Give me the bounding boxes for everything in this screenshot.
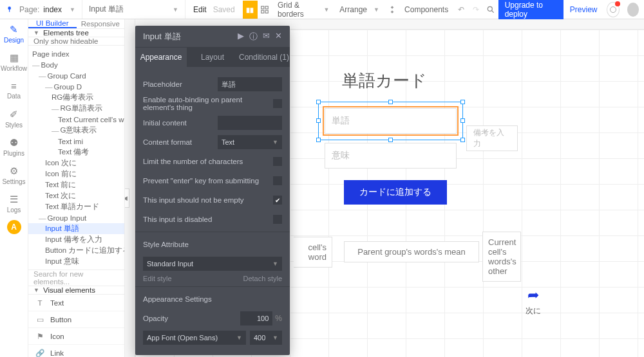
tree-node[interactable]: —Group Input: [28, 212, 124, 223]
tree-node[interactable]: Input 単語: [28, 223, 124, 234]
limit-chars-checkbox[interactable]: [273, 157, 282, 166]
preview-button[interactable]: Preview: [564, 5, 604, 14]
selection-inner: [323, 106, 459, 136]
opacity-field[interactable]: 100: [240, 311, 272, 325]
only-hideable-toggle[interactable]: Only show hideable: [28, 37, 124, 46]
tab-responsive[interactable]: Responsive: [77, 19, 125, 28]
tree-node[interactable]: Text 備考: [28, 147, 124, 158]
style-attribute-select[interactable]: Standard Input▼: [143, 257, 282, 271]
nav-data[interactable]: ≡Data: [0, 76, 28, 104]
play-icon[interactable]: ▶: [238, 31, 244, 42]
input-biko[interactable]: 備考を入力: [466, 125, 518, 151]
gift-icon[interactable]: [243, 1, 258, 19]
nav-logs[interactable]: ☰Logs: [0, 189, 28, 217]
notifications-icon[interactable]: [607, 2, 620, 17]
svg-rect-7: [266, 10, 269, 13]
cell-other: Current cell's words's other: [482, 232, 521, 282]
page-label: Page:: [19, 5, 39, 14]
tab-conditional[interactable]: Conditional (1): [238, 48, 290, 67]
grid-borders-menu[interactable]: Grid & borders▼: [272, 1, 334, 19]
tree-node[interactable]: Page index: [28, 48, 124, 59]
font-weight-select[interactable]: 400▼: [250, 331, 282, 345]
tab-ui-builder[interactable]: UI Builder: [28, 19, 77, 28]
svg-rect-5: [266, 6, 269, 8]
not-empty-checkbox[interactable]: ✔: [273, 196, 282, 205]
tree-node[interactable]: Input 備考を入力: [28, 234, 124, 245]
cell-word: cell's word: [294, 237, 332, 268]
info-icon[interactable]: ⓘ: [249, 31, 258, 42]
tree-node[interactable]: —Group Card: [28, 70, 124, 81]
search-icon[interactable]: [483, 1, 498, 19]
next-arrow-icon[interactable]: ➦: [527, 287, 539, 304]
panel-title: Input 単語: [143, 31, 181, 42]
nav-plugins[interactable]: ⚉Plugins: [0, 133, 28, 161]
grid-icon[interactable]: [258, 1, 272, 19]
svg-rect-4: [261, 6, 264, 8]
chevron-down-icon: ▼: [70, 6, 75, 13]
svg-point-9: [610, 6, 616, 12]
page-value: index: [43, 5, 62, 14]
nav-settings[interactable]: ⚙Settings: [0, 161, 28, 189]
elements-tree: Page index—Body—Group Card—Group DRG備考表示…: [28, 46, 124, 270]
element-search[interactable]: Search for new elements...: [28, 270, 124, 286]
element-selector[interactable]: Input 単語 ▼: [82, 0, 185, 19]
components-icon[interactable]: [384, 1, 399, 19]
visual-element-item[interactable]: 🔗Link: [28, 345, 124, 357]
initial-content-field[interactable]: [218, 116, 282, 130]
tree-node[interactable]: Text 単語カード: [28, 201, 124, 212]
card-title: 単語カード: [342, 69, 427, 92]
logo-icon: [6, 5, 15, 14]
tree-node[interactable]: Text 次に: [28, 190, 124, 201]
tree-node[interactable]: —Body: [28, 59, 124, 70]
detach-style-link[interactable]: Detach style: [243, 275, 282, 282]
element-value: Input 単語: [89, 4, 124, 15]
tree-node[interactable]: Icon 次に: [28, 158, 124, 169]
disabled-checkbox[interactable]: [273, 215, 282, 224]
left-panel: UI Builder Responsive ▼Elements tree Onl…: [28, 19, 125, 357]
tree-node[interactable]: Text 前に: [28, 179, 124, 190]
chat-icon[interactable]: ✉: [263, 31, 270, 42]
close-icon[interactable]: ✕: [275, 31, 282, 42]
arrange-menu[interactable]: Arrange▼: [334, 5, 384, 14]
tab-layout[interactable]: Layout: [187, 48, 238, 67]
svg-point-8: [488, 6, 492, 11]
tab-appearance[interactable]: Appearance: [135, 48, 187, 67]
property-panel[interactable]: Input 単語 ▶ ⓘ ✉ ✕ Appearance Layout Condi…: [135, 26, 290, 355]
undo-icon[interactable]: ↶: [453, 1, 468, 19]
tree-node[interactable]: —G意味表示: [28, 125, 124, 136]
edit-style-link[interactable]: Edit style: [143, 275, 172, 282]
nav-design[interactable]: ✎Design: [0, 19, 28, 48]
visual-element-item[interactable]: ⚑Icon: [28, 328, 124, 345]
collapse-left-icon[interactable]: ◀: [125, 188, 129, 208]
placeholder-field[interactable]: 単語: [218, 77, 282, 91]
next-label: 次に: [526, 306, 541, 316]
redo-icon[interactable]: ↷: [468, 1, 483, 19]
tree-node[interactable]: Text imi: [28, 136, 124, 147]
tree-node[interactable]: Button カードに追加する: [28, 245, 124, 256]
tree-node[interactable]: RG備考表示: [28, 92, 124, 103]
edit-status: Edit Saved: [185, 0, 243, 19]
visual-element-item[interactable]: ▭Button: [28, 311, 124, 328]
workspace-avatar[interactable]: A: [7, 220, 21, 234]
content-format-select[interactable]: Text▼: [218, 135, 282, 149]
components-menu[interactable]: Components: [399, 5, 453, 14]
autobind-checkbox[interactable]: [273, 99, 282, 108]
user-avatar[interactable]: [627, 3, 639, 17]
tree-node[interactable]: Icon 前に: [28, 169, 124, 179]
input-imi[interactable]: 意味: [325, 143, 457, 169]
tree-node[interactable]: —Group D: [28, 81, 124, 92]
visual-element-item[interactable]: TText: [28, 295, 124, 311]
tree-node[interactable]: Text Current cell's w…: [28, 114, 124, 125]
font-select[interactable]: App Font (Open Sans)▼: [143, 331, 246, 345]
page-selector[interactable]: Page: index ▼: [0, 0, 82, 19]
tree-node[interactable]: Input 意味: [28, 256, 124, 267]
nav-workflow[interactable]: ▦Workflow: [0, 48, 28, 76]
tree-node[interactable]: —RG単語表示: [28, 103, 124, 114]
svg-rect-6: [261, 10, 264, 13]
nav-rail: ✎Design ▦Workflow ≡Data ✐Styles ⚉Plugins…: [0, 19, 28, 357]
nav-styles[interactable]: ✐Styles: [0, 104, 28, 133]
visual-elements-header[interactable]: ▼Visual elements: [28, 286, 124, 295]
prevent-enter-checkbox[interactable]: [273, 176, 282, 185]
add-card-button[interactable]: カードに追加する: [344, 180, 447, 205]
elements-tree-header[interactable]: ▼Elements tree: [28, 29, 124, 37]
